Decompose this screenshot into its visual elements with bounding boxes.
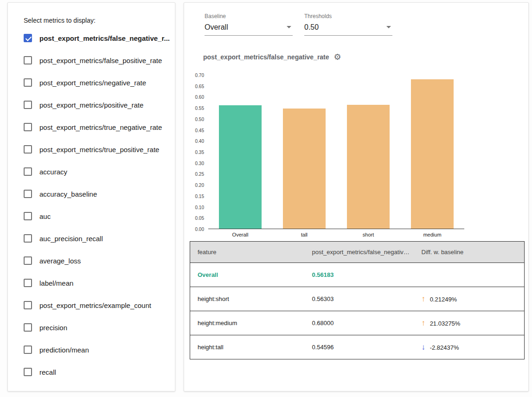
bar-slot	[272, 109, 336, 229]
metric-checkbox-item[interactable]: auc_precision_recall	[8, 227, 175, 250]
cell-diff: ↑ 21.03275%	[414, 311, 525, 335]
metric-label: post_export_metrics/positive_rate	[39, 101, 143, 109]
table-row[interactable]: height:short 0.56303 ↑ 0.21249%	[190, 287, 525, 311]
y-axis-tick-label: 0.00	[195, 227, 204, 232]
table-row[interactable]: height:medium 0.68000 ↑ 21.03275%	[190, 311, 525, 335]
bar-Overall[interactable]	[219, 105, 262, 229]
metric-checkbox-item[interactable]: post_export_metrics/true_negative_rate	[8, 116, 175, 138]
y-axis-tick-label: 0.35	[195, 150, 204, 155]
metric-checkbox-item[interactable]: recall	[8, 361, 175, 383]
chevron-down-icon	[386, 26, 391, 28]
metric-label: post_export_metrics/false_positive_rate	[39, 57, 162, 64]
cell-feature: height:medium	[190, 311, 305, 335]
baseline-select[interactable]: Baseline Overall	[205, 13, 293, 36]
bar-medium[interactable]	[411, 79, 454, 229]
checkbox-icon[interactable]	[24, 279, 32, 287]
y-axis-tick-label: 0.45	[195, 128, 204, 133]
metric-checkbox-item[interactable]: average_loss	[8, 250, 175, 272]
cell-feature: Overall	[190, 263, 305, 287]
bar-short[interactable]	[347, 105, 390, 229]
checkbox-icon[interactable]	[24, 190, 32, 198]
checkbox-icon[interactable]	[24, 234, 32, 243]
cell-diff: ↓ -2.82437%	[414, 335, 525, 359]
chart-x-axis: Overalltallshortmedium	[208, 232, 464, 237]
checkbox-icon[interactable]	[24, 323, 32, 332]
cell-value: 0.56183	[305, 263, 414, 287]
metric-label: post_export_metrics/negative_rate	[39, 79, 146, 87]
chart-header: post_export_metrics/false_negative_rate …	[203, 53, 341, 61]
x-axis-label: tall	[272, 232, 336, 237]
chart-bars	[208, 75, 464, 229]
checkbox-icon[interactable]	[24, 101, 32, 109]
metric-label: post_export_metrics/true_negative_rate	[39, 123, 162, 131]
diff-text: 0.21249%	[430, 295, 457, 302]
y-axis-tick-label: 0.70	[195, 73, 204, 78]
y-axis-tick-label: 0.10	[195, 205, 204, 210]
metric-label: accuracy_baseline	[39, 190, 97, 198]
y-axis-tick-label: 0.25	[195, 172, 204, 177]
checkbox-icon[interactable]	[24, 368, 32, 376]
checkbox-icon[interactable]	[24, 145, 32, 154]
cell-value: 0.68000	[305, 311, 414, 335]
cell-feature: height:short	[190, 287, 305, 311]
checkbox-icon[interactable]	[24, 346, 32, 354]
checkbox-icon[interactable]	[24, 301, 32, 309]
diff-text: 21.03275%	[430, 320, 461, 327]
thresholds-label: Thresholds	[304, 13, 392, 19]
checkbox-icon[interactable]	[24, 34, 32, 42]
checkbox-icon[interactable]	[24, 167, 32, 176]
table-row[interactable]: height:tall 0.54596 ↓ -2.82437%	[190, 335, 525, 359]
x-axis-label: Overall	[208, 232, 272, 237]
baseline-value[interactable]: Overall	[205, 21, 293, 36]
metrics-table: feature post_export_metrics/false_negati…	[190, 241, 525, 359]
metric-checkbox-item[interactable]: label/mean	[8, 272, 175, 294]
metric-checkbox-item[interactable]: precision	[8, 316, 175, 339]
metric-label: average_loss	[39, 257, 81, 265]
x-axis-label: medium	[400, 232, 464, 237]
bar-slot	[400, 79, 464, 229]
thresholds-select[interactable]: Thresholds 0.50	[304, 13, 392, 36]
diff-arrow-icon: ↓	[422, 343, 426, 352]
thresholds-selected-option: 0.50	[304, 23, 319, 31]
table-header-row: feature post_export_metrics/false_negati…	[190, 242, 525, 263]
cell-diff	[414, 263, 525, 287]
metric-checkbox-item[interactable]: post_export_metrics/true_positive_rate	[8, 138, 175, 160]
metric-results-panel: Baseline Overall Thresholds 0.50 post_ex…	[184, 2, 529, 391]
metric-checkbox-item[interactable]: auc	[8, 205, 175, 227]
checkbox-icon[interactable]	[24, 256, 32, 265]
baseline-label: Baseline	[205, 13, 293, 19]
metric-label: accuracy	[39, 168, 67, 176]
table-body: Overall 0.56183 height:short 0.56303 ↑ 0…	[190, 263, 525, 359]
chevron-down-icon	[287, 26, 291, 28]
metric-checkbox-item[interactable]: prediction/mean	[8, 339, 175, 361]
header-feature: feature	[190, 242, 305, 263]
diff-arrow-icon: ↑	[422, 295, 426, 303]
bar-chart: 0.000.050.100.150.200.250.300.350.400.45…	[184, 72, 472, 239]
chart-y-axis: 0.000.050.100.150.200.250.300.350.400.45…	[184, 75, 206, 229]
table-row[interactable]: Overall 0.56183	[190, 263, 525, 287]
bar-tall[interactable]	[283, 109, 326, 229]
metric-checkbox-item[interactable]: post_export_metrics/negative_rate	[8, 71, 175, 94]
checkbox-icon[interactable]	[24, 56, 32, 64]
metric-checkbox-item[interactable]: accuracy_baseline	[8, 183, 175, 205]
y-axis-tick-label: 0.20	[195, 183, 204, 188]
y-axis-tick-label: 0.05	[195, 216, 204, 221]
checkbox-icon[interactable]	[24, 78, 32, 87]
cell-diff: ↑ 0.21249%	[414, 287, 525, 311]
metric-selector-panel: Select metrics to display: post_export_m…	[7, 2, 175, 391]
metric-checkbox-item[interactable]: accuracy	[8, 160, 175, 183]
y-axis-tick-label: 0.65	[195, 83, 204, 89]
metric-checkbox-item[interactable]: post_export_metrics/example_count	[8, 294, 175, 316]
y-axis-tick-label: 0.40	[195, 139, 204, 144]
metric-checkbox-item[interactable]: post_export_metrics/false_negative_r...	[8, 27, 175, 49]
metric-label: post_export_metrics/example_count	[39, 301, 151, 309]
metric-label: auc	[39, 212, 51, 220]
checkbox-icon[interactable]	[24, 123, 32, 131]
checkbox-icon[interactable]	[24, 212, 32, 220]
metric-checkbox-item[interactable]: post_export_metrics/positive_rate	[8, 94, 175, 116]
metric-checkbox-item[interactable]: post_export_metrics/false_positive_rate	[8, 49, 175, 71]
gear-icon[interactable]: ⚙	[334, 53, 341, 61]
y-axis-tick-label: 0.30	[195, 160, 204, 166]
thresholds-value[interactable]: 0.50	[304, 21, 392, 36]
metric-label: prediction/mean	[39, 346, 89, 354]
